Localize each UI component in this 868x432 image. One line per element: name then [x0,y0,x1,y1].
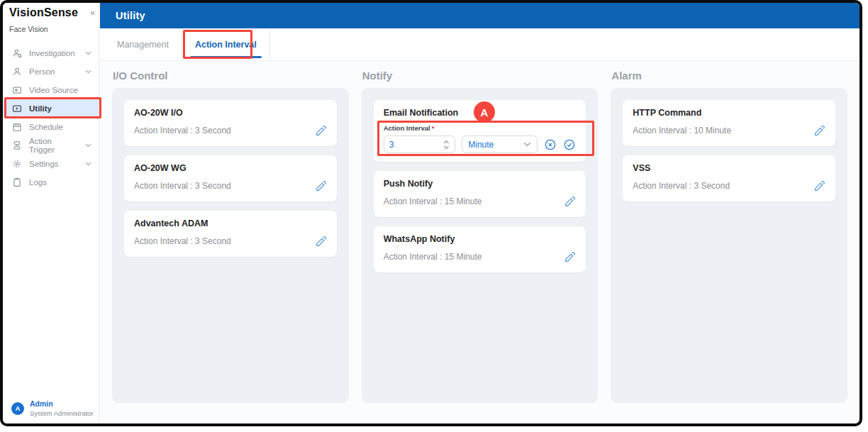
column-io-control: I/O Control AO-20W I/O Action Interval :… [112,70,349,423]
brand-name: VisionSense [9,6,91,19]
chevron-down-icon [85,162,91,166]
main-area: Utility Management Action Interval I/O C… [100,3,859,423]
user-name: Admin [30,399,94,408]
edit-pencil-icon[interactable] [564,196,576,208]
selected-unit: Minute [468,140,494,150]
chevron-down-icon [85,70,91,74]
sidebar-item-utility[interactable]: Utility [3,99,99,118]
edit-pencil-icon[interactable] [315,180,327,192]
action-interval-controls: Minute [384,135,577,153]
sidebar-item-label: Person [29,67,55,76]
card-title: Email Notification [384,108,577,118]
chevron-down-icon [85,143,91,148]
edit-pencil-icon[interactable] [813,180,825,192]
sidebar: VisionSense Face Vision « Investigation … [3,3,99,423]
sidebar-item-person[interactable]: Person [3,62,99,81]
page-title: Utility [116,10,145,21]
card-title: Push Notify [384,179,577,189]
sidebar-item-label: Action Trigger [29,137,78,154]
sidebar-item-label: Utility [29,104,52,113]
notify-panel: Email Notification Action Interval* [362,88,599,403]
user-role: System Administrator [30,409,94,417]
sidebar-item-label: Schedule [29,123,63,131]
card-title: AO-20W WG [134,163,327,174]
card-whatsapp-notify: WhatsApp Notify Action Interval : 15 Min… [374,226,586,272]
card-subtitle: Action Interval : 3 Second [633,181,730,191]
sidebar-item-label: Settings [29,160,59,168]
column-notify: Notify Email Notification Action Interva… [362,70,599,423]
card-subtitle: Action Interval : 15 Minute [384,252,482,262]
utility-icon [12,104,22,113]
column-alarm: Alarm HTTP Command Action Interval : 10 … [611,70,847,423]
chevron-down-icon [523,142,531,147]
sidebar-item-video-source[interactable]: Video Source [3,81,99,99]
tab-management[interactable]: Management [104,28,182,60]
card-ao20w-io: AO-20W I/O Action Interval : 3 Second [124,100,337,146]
section-title: Notify [362,70,599,82]
card-email-notification-edit: Email Notification Action Interval* [374,100,586,162]
sidebar-item-label: Investigation [29,49,75,57]
card-push-notify: Push Notify Action Interval : 15 Minute [374,171,586,217]
confirm-circle-check-icon[interactable] [563,138,576,151]
card-subtitle: Action Interval : 3 Second [134,181,231,191]
sidebar-item-investigation[interactable]: Investigation [3,44,99,62]
tab-bar: Management Action Interval [100,28,859,61]
card-title: HTTP Command [633,108,825,118]
content-area: I/O Control AO-20W I/O Action Interval :… [100,61,859,423]
sidebar-item-schedule[interactable]: Schedule [3,118,99,136]
video-source-icon [12,85,22,95]
card-title: VSS [633,163,825,174]
calendar-icon [12,122,22,132]
card-vss: VSS Action Interval : 3 Second [623,155,835,201]
card-subtitle: Action Interval : 3 Second [134,236,231,246]
io-control-panel: AO-20W I/O Action Interval : 3 Second AO… [112,88,349,403]
cancel-circle-x-icon[interactable] [544,138,557,151]
field-label-row: Action Interval* [384,124,577,132]
section-title: I/O Control [113,70,349,82]
page-header: Utility [100,3,859,28]
logs-clipboard-icon [12,177,22,187]
sidebar-collapse-icon[interactable]: « [90,8,95,18]
card-advantech-adam: Advantech ADAM Action Interval : 3 Secon… [124,211,337,257]
chevron-down-icon [85,51,91,55]
interval-unit-select[interactable]: Minute [462,135,538,153]
interval-value-input[interactable] [389,140,439,150]
sidebar-item-label: Logs [29,178,47,187]
card-subtitle: Action Interval : 3 Second [134,126,231,135]
interval-value-field [384,135,456,153]
section-title: Alarm [611,70,847,82]
brand-subtitle: Face Vision [9,25,91,33]
sidebar-nav: Investigation Person Video Source [3,44,99,192]
edit-pencil-icon[interactable] [315,236,327,248]
card-subtitle: Action Interval : 10 Minute [633,126,731,135]
action-trigger-icon [12,140,22,150]
number-stepper-icon[interactable] [443,139,450,150]
user-info: Admin System Administrator [30,399,94,417]
card-http-command: HTTP Command Action Interval : 10 Minute [623,100,835,146]
tab-action-interval[interactable]: Action Interval [182,28,270,60]
app-window: VisionSense Face Vision « Investigation … [0,0,862,426]
sidebar-item-settings[interactable]: Settings [3,155,99,173]
alarm-panel: HTTP Command Action Interval : 10 Minute… [611,88,847,403]
sidebar-item-action-trigger[interactable]: Action Trigger [3,136,99,155]
required-asterisk: * [432,124,435,132]
person-search-icon [12,48,22,58]
edit-pencil-icon[interactable] [564,251,576,263]
card-title: WhatsApp Notify [384,234,577,245]
person-icon [12,67,22,77]
card-title: Advantech ADAM [134,218,327,229]
card-title: AO-20W I/O [134,108,327,118]
sidebar-item-logs[interactable]: Logs [3,173,99,192]
field-label: Action Interval [384,124,430,132]
edit-pencil-icon[interactable] [813,125,825,137]
edit-pencil-icon[interactable] [315,125,327,137]
sidebar-item-label: Video Source [29,86,78,94]
avatar: A [11,402,24,415]
user-profile[interactable]: A Admin System Administrator [11,399,94,417]
brand-block: VisionSense Face Vision [3,3,99,33]
card-ao20w-wg: AO-20W WG Action Interval : 3 Second [124,155,337,201]
card-subtitle: Action Interval : 15 Minute [384,196,482,206]
gear-icon [12,159,22,169]
